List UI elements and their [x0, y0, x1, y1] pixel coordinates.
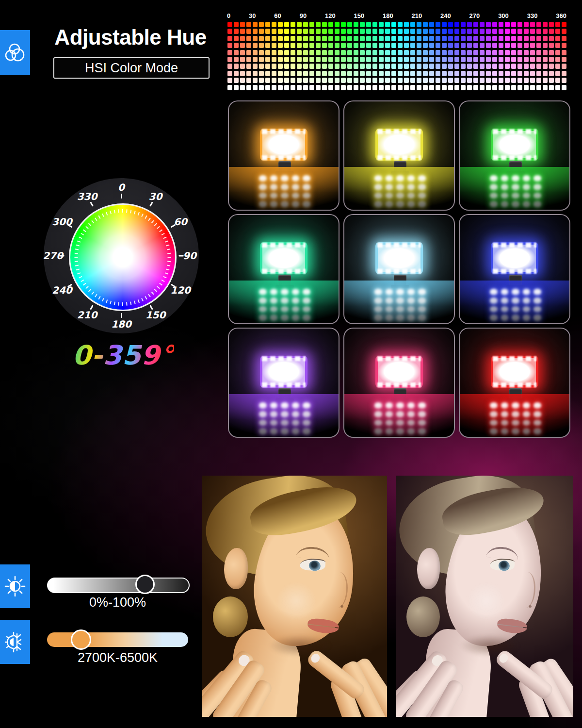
hue-swatch: [436, 64, 440, 69]
hue-swatch: [284, 85, 289, 90]
reflection-dot: [523, 428, 531, 434]
reflection-dot: [490, 402, 498, 409]
brightness-slider[interactable]: [47, 578, 190, 593]
hue-scale-tick-label: 270: [469, 12, 480, 19]
hue-swatch: [410, 85, 415, 90]
hue-swatch: [328, 71, 333, 76]
hue-swatch: [480, 57, 485, 62]
hue-swatch: [505, 43, 510, 48]
hue-swatch: [291, 50, 295, 55]
hue-swatch: [423, 57, 428, 62]
hue-swatch: [524, 43, 529, 48]
reflection-dot: [281, 298, 289, 304]
hue-swatch: [473, 71, 478, 76]
hue-swatch: [517, 71, 522, 76]
reflection-dot: [501, 184, 509, 190]
hue-swatch: [316, 50, 321, 55]
hue-swatch: [328, 78, 333, 83]
hue-swatch: [372, 22, 377, 27]
hue-swatch: [322, 85, 327, 90]
hue-swatch: [530, 78, 535, 83]
hue-swatch: [379, 64, 384, 69]
hue-swatch: [303, 85, 308, 90]
reflection-dot: [501, 420, 509, 426]
hue-swatch: [297, 78, 302, 83]
hue-swatch: [467, 43, 472, 48]
hue-swatch: [372, 64, 377, 69]
wheel-minor-tick: [81, 280, 84, 282]
hue-swatch: [442, 85, 447, 90]
hue-swatch: [530, 71, 535, 76]
hue-swatch: [404, 78, 409, 83]
reflection-dot: [523, 402, 531, 409]
hue-swatch: [555, 29, 560, 34]
hue-swatch: [391, 57, 396, 62]
reflection-dot: [396, 428, 404, 434]
ear: [417, 548, 440, 589]
hue-swatch: [524, 64, 529, 69]
color-temp-knob[interactable]: [71, 629, 91, 650]
hue-swatch: [354, 85, 358, 90]
reflection-dot: [281, 184, 289, 190]
reflection-dot: [259, 420, 267, 426]
hue-swatch: [253, 43, 258, 48]
hue-wheel-dial[interactable]: 0306090120150180210240270300330: [44, 178, 199, 333]
hue-swatch: [562, 57, 566, 62]
wheel-minor-tick: [159, 230, 162, 232]
hue-swatch: [436, 50, 440, 55]
hue-swatch: [360, 71, 365, 76]
hue-swatch: [461, 29, 466, 34]
hue-swatch: [240, 22, 245, 27]
wheel-degree-label: 120: [170, 284, 191, 296]
wheel-major-tick: [90, 201, 94, 206]
hue-swatch: [417, 43, 421, 48]
hue-swatch: [404, 64, 409, 69]
color-temp-slider[interactable]: [47, 632, 188, 647]
reflection-dot: [270, 420, 278, 426]
reflection-dot: [418, 420, 426, 426]
hue-swatch: [328, 85, 333, 90]
hue-swatch: [398, 29, 403, 34]
hue-swatch: [423, 22, 428, 27]
hue-swatch: [398, 43, 403, 48]
lamp-led-row: [262, 243, 306, 248]
hue-swatch: [448, 57, 453, 62]
reflection-dot: [374, 201, 382, 207]
wheel-minor-tick: [134, 211, 136, 214]
reflection-dot: [281, 289, 289, 295]
hue-swatch: [341, 57, 346, 62]
hue-swatch: [316, 85, 321, 90]
hue-swatch: [265, 22, 270, 27]
hue-swatch: [372, 57, 377, 62]
wheel-minor-tick: [118, 209, 119, 213]
hue-swatch: [385, 36, 390, 41]
hue-swatch: [524, 50, 529, 55]
hue-swatch: [461, 64, 466, 69]
hue-swatch: [341, 22, 346, 27]
reflection-dot: [259, 289, 267, 295]
hue-wheel[interactable]: [69, 203, 177, 311]
hue-swatch: [291, 43, 295, 48]
hue-swatch: [473, 64, 478, 69]
lamp-core: [262, 358, 305, 385]
hue-swatch: [562, 29, 566, 34]
led-panel-lamp: [491, 242, 538, 274]
hue-swatch: [278, 29, 283, 34]
hue-swatch: [486, 57, 491, 62]
hue-swatch: [385, 71, 390, 76]
hue-swatch: [391, 22, 396, 27]
hue-swatch: [429, 85, 434, 90]
hue-swatch: [436, 85, 440, 90]
hue-swatch: [454, 36, 459, 41]
reflection-dot: [386, 420, 393, 426]
hue-swatch: [461, 50, 466, 55]
hue-swatch: [240, 50, 245, 55]
hue-swatch: [341, 85, 346, 90]
brightness-knob[interactable]: [135, 575, 155, 594]
hue-scale-tick-label: 360: [556, 12, 566, 19]
hue-swatch: [555, 64, 560, 69]
hue-swatch: [366, 64, 371, 69]
hue-swatch: [454, 71, 459, 76]
reflection-dot: [396, 175, 404, 182]
wheel-minor-tick: [157, 286, 160, 289]
